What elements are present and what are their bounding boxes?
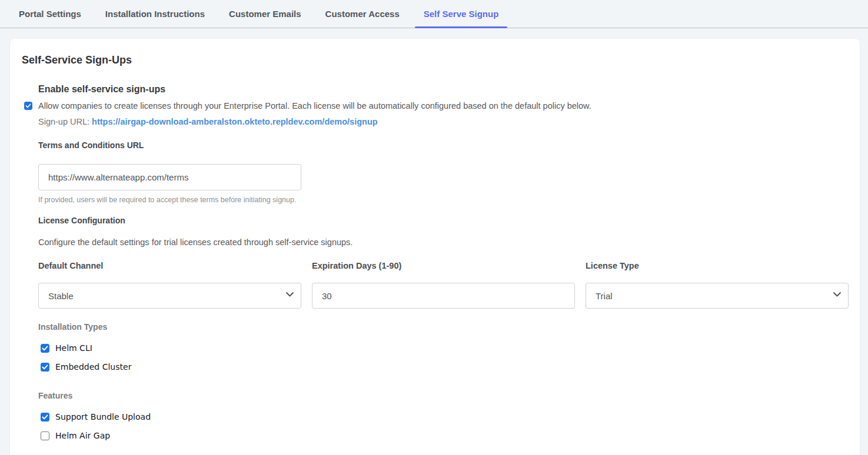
support-bundle-upload-checkbox[interactable] xyxy=(41,413,49,421)
license-configuration-heading: License Configuration xyxy=(38,216,848,225)
support-bundle-upload-label: Support Bundle Upload xyxy=(55,412,151,421)
tab-customer-access[interactable]: Customer Access xyxy=(317,0,408,28)
terms-helper-text: If provided, users will be required to a… xyxy=(38,196,848,204)
expiration-days-label: Expiration Days (1-90) xyxy=(312,261,575,270)
features-heading: Features xyxy=(38,391,848,400)
signup-url-row: Sign-up URL: https://airgap-download-amb… xyxy=(38,117,848,126)
check-icon xyxy=(42,364,48,370)
license-type-select[interactable]: Trial xyxy=(586,283,849,309)
license-type-label: License Type xyxy=(586,261,849,270)
checkbox-row-embedded-cluster[interactable]: Embedded Cluster xyxy=(38,357,848,376)
tab-portal-settings[interactable]: Portal Settings xyxy=(10,0,90,28)
embedded-cluster-label: Embedded Cluster xyxy=(55,362,131,372)
signup-url-link[interactable]: https://airgap-download-amberalston.okte… xyxy=(92,117,378,126)
default-channel-label: Default Channel xyxy=(38,261,301,270)
enable-signups-checkbox[interactable] xyxy=(24,102,32,110)
installation-types-list: Helm CLI Embedded Cluster xyxy=(38,339,848,376)
tab-self-serve-signup[interactable]: Self Serve Signup xyxy=(415,0,508,28)
check-icon xyxy=(42,346,48,351)
license-type-field: License Type Trial xyxy=(586,261,849,309)
checkbox-row-support-bundle-upload[interactable]: Support Bundle Upload xyxy=(38,407,848,426)
checkbox-row-helm-cli[interactable]: Helm CLI xyxy=(38,339,848,357)
tab-installation-instructions[interactable]: Installation Instructions xyxy=(97,0,214,28)
installation-types-heading: Installation Types xyxy=(38,322,848,332)
tab-customer-emails[interactable]: Customer Emails xyxy=(220,0,310,28)
self-serve-signup-panel: Self-Service Sign-Ups Enable self-servic… xyxy=(10,39,860,455)
helm-cli-checkbox[interactable] xyxy=(41,344,49,353)
terms-url-input[interactable] xyxy=(38,164,301,190)
settings-tabbar: Portal Settings Installation Instruction… xyxy=(0,0,868,28)
enable-signups-description: Allow companies to create licenses throu… xyxy=(38,100,591,112)
features-list: Support Bundle Upload Helm Air Gap xyxy=(38,407,848,445)
expiration-days-field: Expiration Days (1-90) xyxy=(312,261,575,309)
enable-signups-heading: Enable self-service sign-ups xyxy=(38,84,848,95)
license-fields-row: Default Channel Stable Expiration Days (… xyxy=(38,261,848,309)
default-channel-select[interactable]: Stable xyxy=(38,283,301,309)
expiration-days-input[interactable] xyxy=(312,283,575,309)
helm-cli-label: Helm CLI xyxy=(55,343,92,353)
terms-url-label: Terms and Conditions URL xyxy=(38,140,848,150)
checkbox-row-helm-air-gap[interactable]: Helm Air Gap xyxy=(38,426,848,445)
default-channel-field: Default Channel Stable xyxy=(38,261,301,309)
helm-air-gap-label: Helm Air Gap xyxy=(55,431,110,440)
signup-url-label: Sign-up URL: xyxy=(38,117,92,126)
embedded-cluster-checkbox[interactable] xyxy=(41,363,49,372)
check-icon xyxy=(42,414,48,420)
page-title: Self-Service Sign-Ups xyxy=(22,54,848,66)
helm-air-gap-checkbox[interactable] xyxy=(41,431,49,440)
license-configuration-description: Configure the default settings for trial… xyxy=(38,237,848,247)
check-icon xyxy=(25,103,31,108)
enable-signups-row: Allow companies to create licenses throu… xyxy=(24,100,848,112)
